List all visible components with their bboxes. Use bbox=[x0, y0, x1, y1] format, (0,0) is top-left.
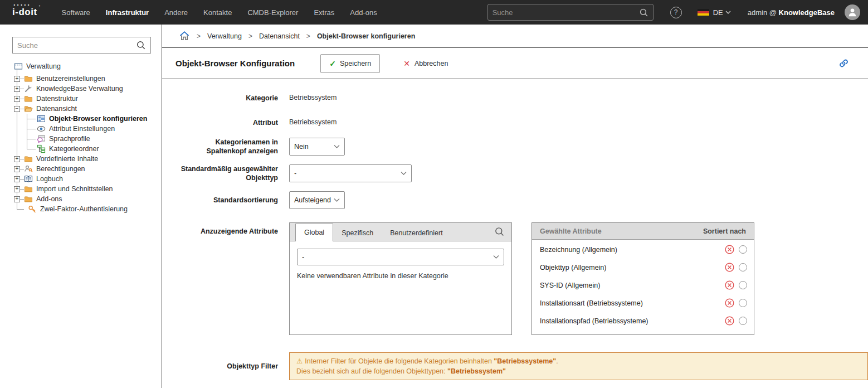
attribute-name: Installationspfad (Betriebssysteme) bbox=[540, 317, 648, 325]
tree-guide-line bbox=[27, 114, 27, 149]
tree-label: KnowledgeBase Verwaltung bbox=[36, 85, 123, 93]
sidebar-item-datenstruktur[interactable]: Datenstruktur bbox=[0, 94, 162, 104]
remove-attribute-icon[interactable] bbox=[725, 245, 734, 254]
expand-icon[interactable] bbox=[14, 196, 20, 202]
check-icon: ✓ bbox=[329, 59, 336, 68]
window-icon bbox=[14, 62, 23, 71]
search-icon[interactable] bbox=[494, 226, 505, 237]
tree-label: Vordefinierte Inhalte bbox=[36, 155, 98, 163]
sidebar-search-input[interactable] bbox=[17, 41, 136, 50]
nav-item-extras[interactable]: Extras bbox=[306, 0, 342, 25]
cancel-button[interactable]: ✕ Abbrechen bbox=[403, 59, 448, 68]
sidebar-item-logbuch[interactable]: Logbuch bbox=[0, 174, 162, 184]
expand-icon[interactable] bbox=[14, 156, 20, 162]
nav-item-infrastruktur[interactable]: Infrastruktur bbox=[98, 0, 157, 25]
spaltenkopf-select[interactable]: Nein bbox=[289, 138, 345, 156]
remove-attribute-icon[interactable] bbox=[725, 298, 734, 308]
form-row-kategorie: Kategorie Betriebssystem bbox=[175, 94, 868, 103]
nav-item-cmdb-explorer[interactable]: CMDB-Explorer bbox=[240, 0, 306, 25]
user-avatar[interactable] bbox=[845, 4, 860, 20]
home-icon[interactable] bbox=[179, 31, 190, 41]
sort-by-radio[interactable] bbox=[739, 299, 747, 307]
form-row-attribut: Attribut Betriebssystem bbox=[175, 118, 868, 127]
logged-in-user[interactable]: admin @ KnowledgeBase bbox=[748, 8, 835, 17]
language-code: DE bbox=[713, 8, 723, 17]
expand-icon[interactable] bbox=[14, 176, 20, 182]
permalink-icon[interactable] bbox=[838, 58, 849, 69]
collapse-icon[interactable] bbox=[14, 106, 20, 112]
remove-attribute-icon[interactable] bbox=[725, 263, 734, 272]
sort-by-radio[interactable] bbox=[739, 281, 747, 289]
field-label: Attribut bbox=[175, 118, 278, 127]
sidebar-item-zwei-faktor-authentisierung[interactable]: Zwei-Faktor-Authentisierung bbox=[0, 204, 162, 214]
sidebar-item-kategorieordner[interactable]: Kategorieordner bbox=[0, 144, 162, 154]
page-header: Objekt-Browser Konfiguration ✓ Speichern… bbox=[162, 48, 868, 79]
remove-attribute-icon[interactable] bbox=[725, 316, 734, 326]
expand-icon[interactable] bbox=[14, 86, 20, 92]
attribut-value: Betriebssystem bbox=[289, 118, 337, 127]
tree-label: Benutzereinstellungen bbox=[36, 75, 105, 83]
sidebar-item-berechtigungen[interactable]: Berechtigungen bbox=[0, 164, 162, 174]
sidebar-item-knowledgebase-verwaltung[interactable]: KnowledgeBase Verwaltung bbox=[0, 84, 162, 94]
expand-icon[interactable] bbox=[14, 96, 20, 102]
nav-item-software[interactable]: Software bbox=[54, 0, 98, 25]
nav-item-andere[interactable]: Andere bbox=[157, 0, 196, 25]
nav-item-add-ons[interactable]: Add-ons bbox=[342, 0, 384, 25]
breadcrumb-datenansicht[interactable]: Datenansicht bbox=[259, 32, 300, 40]
tree-label: Verwaltung bbox=[26, 62, 61, 70]
page-title: Objekt-Browser Konfiguration bbox=[175, 59, 295, 68]
sort-by-radio[interactable] bbox=[739, 317, 747, 325]
sidebar-search bbox=[12, 37, 151, 54]
search-icon[interactable] bbox=[136, 40, 146, 50]
sidebar-item-objekt-browser-konfigurieren[interactable]: Objekt-Browser konfigurieren bbox=[0, 114, 162, 124]
folder-open-icon bbox=[24, 104, 33, 113]
global-search-input[interactable] bbox=[492, 8, 639, 17]
sidebar-item-attribut-einstellungen[interactable]: Attribut Einstellungen bbox=[0, 124, 162, 134]
object-browser-icon bbox=[37, 114, 46, 123]
tree-label: Berechtigungen bbox=[36, 165, 85, 173]
attribute-select[interactable]: - bbox=[297, 249, 504, 265]
search-icon[interactable] bbox=[639, 8, 648, 17]
sidebar-item-sprachprofile[interactable]: Sprachprofile bbox=[0, 134, 162, 144]
selected-attribute-row: Installationspfad (Betriebssysteme) bbox=[532, 313, 754, 329]
nav-item-kontakte[interactable]: Kontakte bbox=[196, 0, 240, 25]
remove-attribute-icon[interactable] bbox=[725, 280, 734, 290]
help-icon[interactable]: ? bbox=[670, 7, 682, 18]
sidebar-item-add-ons[interactable]: Add-ons bbox=[0, 194, 162, 204]
sidebar-item-benutzereinstellungen[interactable]: Benutzereinstellungen bbox=[0, 74, 162, 84]
tab-global[interactable]: Global bbox=[295, 224, 333, 241]
sidebar-item-vordefinierte-inhalte[interactable]: Vordefinierte Inhalte bbox=[0, 154, 162, 164]
sort-by-radio[interactable] bbox=[739, 245, 747, 254]
form-row-attribute: Anzuzeigende Attribute Global Spezifisch… bbox=[175, 222, 868, 335]
idoit-logo[interactable]: i-doit bbox=[12, 7, 37, 18]
sortierung-select[interactable]: Aufsteigend bbox=[289, 191, 345, 209]
sidebar-item-datenansicht[interactable]: Datenansicht bbox=[0, 104, 162, 114]
breadcrumb-separator: > bbox=[248, 32, 252, 40]
language-selector[interactable]: DE bbox=[698, 8, 731, 17]
warning-highlight: "Betriebssystem" bbox=[447, 367, 506, 375]
attribute-chooser-panel: Global Spezifisch Benutzerdefiniert - Ke… bbox=[289, 222, 512, 335]
sidebar-item-verwaltung[interactable]: Verwaltung bbox=[0, 61, 162, 71]
permissions-icon bbox=[24, 164, 33, 173]
attribute-name: SYS-ID (Allgemein) bbox=[540, 282, 600, 289]
expand-icon[interactable] bbox=[14, 76, 20, 82]
field-label: Kategorienamen in Spaltenkopf anzeigen bbox=[175, 138, 278, 156]
save-button[interactable]: ✓ Speichern bbox=[320, 54, 380, 73]
field-label: Standardmäßig ausgewählter Objekttyp bbox=[175, 164, 278, 182]
save-label: Speichern bbox=[340, 60, 371, 67]
tab-spezifisch[interactable]: Spezifisch bbox=[333, 225, 382, 241]
tree-label: Import und Schnittstellen bbox=[36, 185, 113, 193]
tree-label: Add-ons bbox=[36, 195, 62, 203]
sidebar-item-import-und-schnittstellen[interactable]: Import und Schnittstellen bbox=[0, 184, 162, 194]
expand-icon[interactable] bbox=[14, 186, 20, 192]
expand-icon[interactable] bbox=[14, 166, 20, 172]
sort-by-radio[interactable] bbox=[739, 263, 747, 271]
folder-icon bbox=[24, 154, 33, 163]
objekttyp-select[interactable]: - bbox=[289, 164, 412, 182]
top-navigation-bar: i-doit Software Infrastruktur Andere Kon… bbox=[0, 0, 868, 25]
tab-benutzerdefiniert[interactable]: Benutzerdefiniert bbox=[382, 225, 451, 241]
breadcrumb-verwaltung[interactable]: Verwaltung bbox=[207, 32, 242, 40]
sidebar: Verwaltung Benutzereinstellungen Knowled… bbox=[0, 25, 162, 388]
warning-highlight: "Betriebssysteme" bbox=[494, 357, 556, 365]
selected-attributes-panel: Gewählte Attribute Sortiert nach Bezeich… bbox=[531, 222, 754, 335]
